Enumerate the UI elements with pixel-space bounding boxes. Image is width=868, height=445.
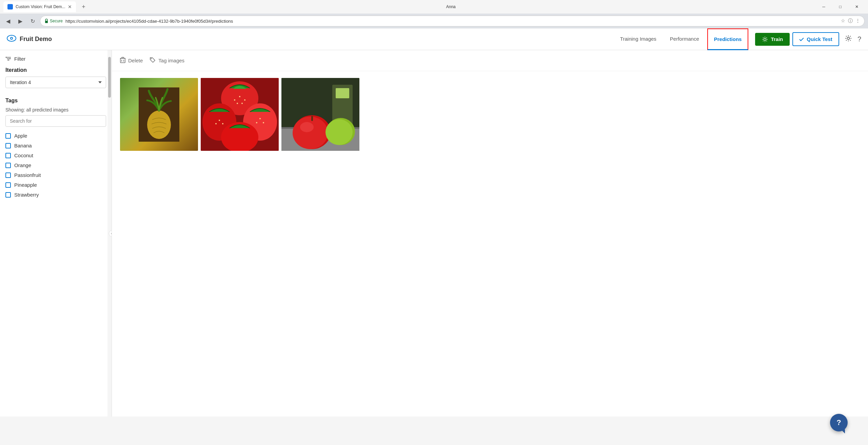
svg-point-37 xyxy=(256,122,257,123)
back-button[interactable]: ◀ xyxy=(3,16,13,26)
minimize-button[interactable]: ─ xyxy=(816,2,831,12)
svg-point-9 xyxy=(6,57,7,58)
tag-label-pineapple: Pineapple xyxy=(14,182,37,188)
tag-search-input[interactable] xyxy=(5,115,106,127)
app-header: Fruit Demo Training Images Performance P… xyxy=(0,28,868,50)
eye-icon xyxy=(7,35,16,42)
tag-item-banana[interactable]: Banana xyxy=(5,141,106,150)
restore-button[interactable]: □ xyxy=(833,2,848,12)
forward-button[interactable]: ▶ xyxy=(16,16,25,26)
tags-title: Tags xyxy=(5,98,106,104)
tag-checkbox-coconut[interactable] xyxy=(5,153,11,158)
tag-label-passionfruit: Passionfruit xyxy=(14,172,41,178)
cv-tab-icon xyxy=(7,4,13,9)
new-tab-button[interactable]: + xyxy=(79,2,88,12)
new-tab-icon: + xyxy=(82,3,85,11)
browser-tab[interactable]: Custom Vision: Fruit Dem... ✕ xyxy=(3,1,76,12)
browser-titlebar: Custom Vision: Fruit Dem... ✕ + Anna ─ □… xyxy=(0,0,868,14)
settings-icon[interactable] xyxy=(845,35,852,44)
tag-checkbox-banana[interactable] xyxy=(5,143,11,148)
tab-predictions[interactable]: Predictions xyxy=(707,28,749,50)
tab-close-button[interactable]: ✕ xyxy=(68,4,72,9)
app-title: Fruit Demo xyxy=(20,36,52,43)
svg-rect-43 xyxy=(336,88,349,98)
predictions-toolbar: Delete Tag images xyxy=(112,50,868,71)
tag-label-strawberry: Strawberry xyxy=(14,192,39,198)
svg-point-4 xyxy=(764,38,766,40)
menu-icon[interactable]: ⋮ xyxy=(855,18,860,24)
svg-point-36 xyxy=(259,118,261,119)
svg-point-45 xyxy=(293,117,328,149)
svg-point-28 xyxy=(239,96,240,97)
close-button[interactable]: ✕ xyxy=(849,2,865,12)
address-bar-icons: ☆ ⓘ ⋮ xyxy=(841,18,860,24)
tag-item-coconut[interactable]: Coconut xyxy=(5,150,106,160)
svg-point-34 xyxy=(215,123,217,124)
filter-icon xyxy=(5,56,12,62)
quick-test-button[interactable]: Quick Test xyxy=(792,32,839,46)
sidebar: Filter Iteration Iteration 1 Iteration 2… xyxy=(0,50,112,417)
train-btn-label: Train xyxy=(771,36,783,42)
image-card-strawberry[interactable] xyxy=(201,78,279,151)
svg-point-46 xyxy=(300,122,314,132)
tag-label-apple: Apple xyxy=(14,133,27,139)
tag-label-coconut: Coconut xyxy=(14,153,33,158)
address-bar[interactable]: Secure https://customvision.ai/projects/… xyxy=(40,16,865,26)
tag-item-orange[interactable]: Orange xyxy=(5,160,106,170)
tab-training-images[interactable]: Training Images xyxy=(613,28,663,50)
checkmark-icon xyxy=(799,37,804,42)
svg-point-30 xyxy=(244,99,245,101)
refresh-button[interactable]: ↻ xyxy=(28,16,37,26)
browser-chrome: Custom Vision: Fruit Dem... ✕ + Anna ─ □… xyxy=(0,0,868,28)
images-grid xyxy=(112,71,868,158)
predictions-label: Predictions xyxy=(714,36,742,42)
tag-images-label: Tag images xyxy=(158,58,184,63)
back-icon: ◀ xyxy=(6,18,10,24)
image-card-apple[interactable] xyxy=(281,78,359,151)
secure-label: Secure xyxy=(50,19,63,23)
user-name: Anna xyxy=(446,4,456,9)
tab-performance[interactable]: Performance xyxy=(663,28,706,50)
svg-point-49 xyxy=(326,119,353,145)
tag-item-strawberry[interactable]: Strawberry xyxy=(5,190,106,200)
iteration-dropdown[interactable]: Iteration 1 Iteration 2 Iteration 3 Iter… xyxy=(5,77,106,88)
svg-rect-47 xyxy=(311,116,313,121)
lock-icon xyxy=(44,19,48,23)
delete-button[interactable]: Delete xyxy=(120,56,143,65)
tag-item-passionfruit[interactable]: Passionfruit xyxy=(5,170,106,180)
svg-point-38 xyxy=(263,122,264,123)
nav-tabs: Training Images Performance Predictions … xyxy=(613,27,861,52)
tag-checkbox-passionfruit[interactable] xyxy=(5,173,11,178)
svg-rect-12 xyxy=(120,58,125,63)
svg-point-19 xyxy=(151,58,152,59)
logo-icon xyxy=(7,35,16,44)
svg-point-3 xyxy=(11,38,12,39)
image-card-pineapple[interactable] xyxy=(120,78,198,151)
info-icon[interactable]: ⓘ xyxy=(848,18,853,24)
svg-point-11 xyxy=(8,60,9,61)
pineapple-image xyxy=(120,78,198,151)
svg-point-32 xyxy=(241,103,243,104)
tags-section: Tags Showing: all predicted images Apple… xyxy=(5,98,106,200)
tag-images-button[interactable]: Tag images xyxy=(150,56,184,65)
filter-header[interactable]: Filter xyxy=(5,56,106,62)
tag-checkbox-strawberry[interactable] xyxy=(5,192,11,198)
help-icon[interactable]: ? xyxy=(857,35,861,43)
iteration-title: Iteration xyxy=(5,67,106,73)
star-icon[interactable]: ☆ xyxy=(841,18,845,24)
svg-rect-0 xyxy=(45,21,48,23)
tag-checkbox-pineapple[interactable] xyxy=(5,182,11,188)
svg-point-33 xyxy=(219,120,220,121)
tag-item-apple[interactable]: Apple xyxy=(5,131,106,141)
scroll-thumb xyxy=(108,57,111,98)
browser-addressbar: ◀ ▶ ↻ Secure https://customvision.ai/pro… xyxy=(0,14,868,28)
tags-showing-label: Showing: all predicted images xyxy=(5,107,106,113)
tag-checkbox-apple[interactable] xyxy=(5,133,11,139)
train-button[interactable]: Train xyxy=(755,33,790,46)
tag-item-pineapple[interactable]: Pineapple xyxy=(5,180,106,190)
svg-point-35 xyxy=(222,123,223,124)
header-icons: ? xyxy=(845,35,861,44)
tag-checkbox-orange[interactable] xyxy=(5,163,11,168)
delete-icon xyxy=(120,57,125,64)
training-images-label: Training Images xyxy=(620,36,656,42)
